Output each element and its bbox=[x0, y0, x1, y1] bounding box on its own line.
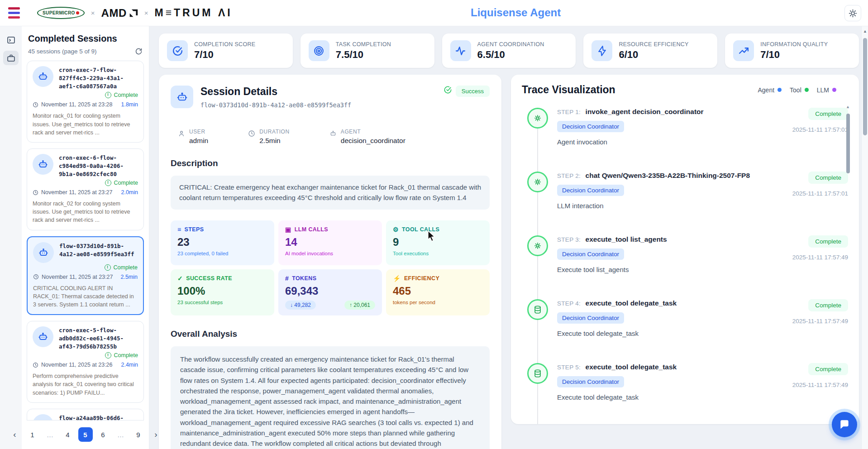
trace-step[interactable]: STEP 5: execute_tool delegate_task Decis… bbox=[527, 363, 848, 401]
meta-user: USER admin bbox=[178, 129, 208, 145]
legend-item: Tool bbox=[790, 86, 809, 94]
trace-step[interactable]: STEP 2: chat Qwen/Qwen3-235B-A22B-Thinki… bbox=[527, 172, 848, 210]
step-timestamp: 2025-11-11 17:57:49 bbox=[792, 318, 848, 325]
trace-scrollbar-thumb[interactable] bbox=[846, 114, 850, 173]
trace-step[interactable]: STEP 3: execute_tool list_agents Decisio… bbox=[527, 235, 848, 273]
score-label: TASK COMPLETION bbox=[336, 41, 391, 48]
step-status-badge: Complete bbox=[808, 299, 848, 311]
scrollbar-up-arrow[interactable]: ▲ bbox=[863, 29, 867, 33]
session-date: November 11, 2025 at 23:26 bbox=[41, 362, 113, 368]
pagination-button[interactable]: 1 bbox=[25, 427, 40, 442]
page-scrollbar[interactable]: ▲ bbox=[861, 26, 868, 449]
step-title: execute_tool delegate_task bbox=[586, 299, 677, 307]
step-description: Agent invocation bbox=[557, 138, 783, 146]
score-card: TASK COMPLETION 7.5/10 bbox=[300, 33, 434, 68]
pagination-button[interactable]: 6 bbox=[96, 427, 110, 442]
score-label: COMPLETION SCORE bbox=[194, 41, 255, 48]
score-label: INFORMATION QUALITY bbox=[760, 41, 828, 48]
agent-value: decision_coordinator bbox=[341, 137, 405, 145]
sun-icon bbox=[849, 9, 857, 18]
brand-separator: × bbox=[144, 9, 148, 17]
session-duration: 1.8min bbox=[121, 101, 138, 108]
brand-logos: SUPERMICRO × AMD × M≡TRUM ΛI bbox=[37, 7, 233, 19]
session-duration: 2.5min bbox=[120, 274, 138, 280]
session-card[interactable]: flow-a24aa89b-06d6-4abc-bc7a-ac3548d111d… bbox=[27, 409, 144, 420]
score-icon bbox=[450, 40, 471, 61]
step-title: execute_tool delegate_task bbox=[586, 363, 677, 371]
step-number: STEP 2: bbox=[557, 172, 581, 179]
pagination: ‹ 1 … 4 5 6 … 9 › bbox=[27, 420, 144, 449]
database-icon bbox=[533, 369, 542, 378]
success-status: Success bbox=[444, 86, 490, 109]
legend-label: Agent bbox=[758, 86, 774, 94]
step-node bbox=[527, 172, 548, 192]
status-circle-icon: ! bbox=[105, 92, 111, 98]
page-title: Liquisense Agent bbox=[471, 6, 561, 19]
description-text: CRITICAL: Create emergency heat exchange… bbox=[171, 176, 490, 210]
status-circle-icon: ! bbox=[105, 264, 111, 271]
session-description: Monitor rack_02 for cooling system issue… bbox=[33, 200, 138, 224]
score-label: AGENT COORDINATION bbox=[477, 41, 544, 48]
theme-toggle-button[interactable] bbox=[844, 5, 861, 21]
stat-icon bbox=[285, 226, 291, 233]
score-value: 7/10 bbox=[194, 49, 255, 61]
step-status-badge: Complete bbox=[808, 172, 848, 184]
robot-avatar bbox=[33, 154, 53, 175]
legend-dot bbox=[777, 88, 782, 92]
pagination-button[interactable]: ‹ bbox=[8, 427, 22, 442]
meta-duration: DURATION 2.5min bbox=[248, 129, 290, 145]
agent-badge: Decision Coordinator bbox=[557, 312, 624, 324]
chat-button[interactable] bbox=[832, 412, 857, 437]
stat-label: SUCCESS RATE bbox=[186, 275, 232, 282]
amd-logo: AMD bbox=[101, 7, 138, 19]
session-description: CRITICAL COOLING ALERT IN RACK_01: Therm… bbox=[33, 284, 138, 309]
metrum-ai-logo-text: M≡TRUM ΛI bbox=[154, 7, 232, 19]
trace-step[interactable]: STEP 1: invoke_agent decision_coordinato… bbox=[527, 108, 848, 146]
session-card[interactable]: cron-exec-6-flow-c984ed98-0a0a-4206-9b1a… bbox=[27, 148, 144, 230]
refresh-button[interactable] bbox=[135, 48, 143, 55]
briefcase-icon bbox=[6, 53, 16, 63]
pagination-button[interactable]: … bbox=[114, 427, 128, 442]
pagination-button[interactable]: 9 bbox=[131, 427, 146, 442]
stat-label: EFFICIENCY bbox=[404, 275, 439, 282]
session-card[interactable]: cron-exec-7-flow-827ff4c3-229a-43a1-aef1… bbox=[27, 61, 144, 143]
session-card[interactable]: cron-exec-5-flow-adb0d82c-ee61-4945-af43… bbox=[27, 321, 144, 403]
stat-label: TOOL CALLS bbox=[402, 226, 439, 233]
page-scrollbar-thumb[interactable] bbox=[863, 38, 867, 135]
menu-icon[interactable] bbox=[8, 7, 22, 19]
stat-icon bbox=[393, 275, 401, 282]
stat-subtext: Tool executions bbox=[393, 251, 483, 256]
session-id: cron-exec-5-flow-adb0d82c-ee61-4945-af43… bbox=[59, 326, 138, 351]
clock-icon bbox=[33, 102, 38, 108]
sessions-count: 45 sessions (page 5 of 9) bbox=[28, 48, 97, 55]
user-value: admin bbox=[189, 137, 208, 145]
chat-icon bbox=[839, 419, 850, 430]
trace-step[interactable]: STEP 4: execute_tool delegate_task Decis… bbox=[527, 299, 848, 337]
stat-value: 14 bbox=[285, 236, 375, 248]
session-id: flow-0373d10d-891b-4a12-ae08-e8599f5ea3f… bbox=[59, 242, 138, 263]
step-title: chat Qwen/Qwen3-235B-A22B-Thinking-2507-… bbox=[586, 172, 750, 179]
trace-panel: Trace Visualization Agent Tool bbox=[511, 75, 859, 424]
score-card: AGENT COORDINATION 6.5/10 bbox=[442, 33, 576, 68]
legend-label: LLM bbox=[817, 86, 829, 94]
session-status: ! Complete bbox=[33, 180, 138, 186]
robot-icon bbox=[329, 130, 337, 137]
session-card[interactable]: flow-0373d10d-891b-4a12-ae08-e8599f5ea3f… bbox=[27, 236, 144, 315]
meta-agent: AGENT decision_coordinator bbox=[329, 129, 405, 145]
agent-badge: Decision Coordinator bbox=[557, 376, 624, 387]
stat-icon bbox=[177, 226, 181, 233]
rail-terminal-item[interactable] bbox=[3, 33, 19, 47]
terminal-icon bbox=[6, 35, 16, 45]
robot-avatar bbox=[33, 66, 53, 87]
score-cards-row: COMPLETION SCORE 7/10 bbox=[159, 33, 859, 68]
step-status-badge: Complete bbox=[808, 235, 848, 248]
session-status: ! Complete bbox=[33, 92, 138, 98]
pagination-button[interactable]: 4 bbox=[61, 427, 75, 442]
pagination-button[interactable]: … bbox=[43, 427, 57, 442]
sessions-sidebar: Completed Sessions 45 sessions (page 5 o… bbox=[22, 26, 149, 449]
details-title: Session Details bbox=[200, 86, 351, 98]
legend-item: LLM bbox=[817, 86, 836, 94]
pagination-button[interactable]: 5 bbox=[78, 427, 93, 442]
clock-icon bbox=[33, 362, 38, 368]
rail-sessions-item[interactable] bbox=[3, 51, 19, 65]
